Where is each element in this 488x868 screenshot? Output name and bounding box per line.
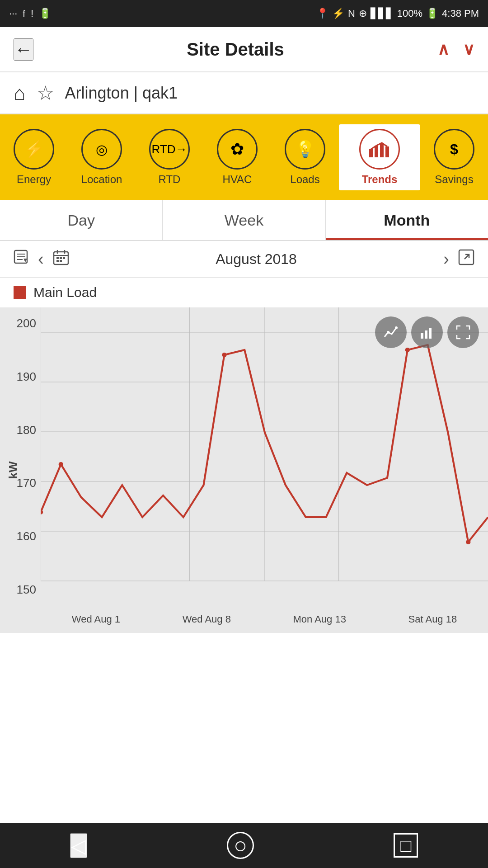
- y-label-150: 150: [17, 583, 36, 597]
- energy-circle-icon: ⚡: [14, 129, 54, 170]
- tab-trends[interactable]: Trends: [339, 124, 420, 190]
- nav-up-button[interactable]: ∧: [437, 40, 449, 59]
- trends-label: Trends: [362, 173, 398, 186]
- period-tabs: Day Week Month: [0, 200, 488, 241]
- nav-down-button[interactable]: ∨: [463, 40, 474, 59]
- hvac-circle-icon: ✿: [217, 129, 258, 170]
- x-label-aug18: Sat Aug 18: [408, 613, 457, 625]
- y-axis-unit: kW: [6, 462, 20, 479]
- loads-circle-icon: 💡: [285, 129, 325, 170]
- svg-point-30: [395, 326, 398, 329]
- chart-plot-area: [41, 307, 488, 606]
- legend-color-box: [14, 286, 26, 299]
- energy-label: Energy: [17, 173, 51, 186]
- svg-rect-3: [385, 146, 389, 157]
- tab-rtd[interactable]: RTD→ RTD: [136, 124, 203, 190]
- tab-loads[interactable]: 💡 Loads: [271, 124, 339, 190]
- next-date-button[interactable]: ›: [443, 250, 449, 269]
- status-bar: ··· f ! 🔋 📍 ⚡ N ⊕ ▋▋▋ 100% 🔋 4:38 PM: [0, 0, 488, 27]
- y-axis: 200 190 180 170 160 150: [0, 307, 41, 606]
- data-point: [41, 510, 43, 514]
- edit-button[interactable]: [14, 250, 29, 269]
- svg-point-29: [387, 331, 389, 334]
- x-label-aug8: Wed Aug 8: [183, 613, 231, 625]
- battery-icon-small: 🔋: [39, 8, 51, 19]
- svg-rect-33: [429, 328, 432, 339]
- y-label-160: 160: [17, 529, 36, 543]
- status-bar-left: ··· f ! 🔋: [9, 8, 51, 19]
- bottom-navigation: ◁ ○ □: [0, 823, 488, 868]
- data-point: [222, 353, 226, 357]
- location-icon-status: 📍: [316, 8, 328, 19]
- bluetooth-icon: ⚡: [332, 8, 344, 19]
- data-point: [466, 540, 470, 544]
- prev-date-button[interactable]: ‹: [38, 250, 44, 269]
- back-button[interactable]: ←: [14, 38, 33, 61]
- chart-legend: Main Load: [0, 278, 488, 307]
- recent-nav-button[interactable]: □: [394, 833, 418, 858]
- icon-tabs-row: ⚡ Energy ◎ Location RTD→ RTD ✿ HVAC 💡 Lo…: [0, 114, 488, 200]
- status-bar-right: 📍 ⚡ N ⊕ ▋▋▋ 100% 🔋 4:38 PM: [316, 8, 479, 19]
- expand-button[interactable]: [447, 316, 479, 348]
- app-header: ← Site Details ∧ ∨: [0, 27, 488, 72]
- battery-full-icon: 🔋: [426, 8, 438, 19]
- chart-svg: [41, 307, 488, 606]
- svg-rect-2: [380, 143, 384, 157]
- time-display: 4:38 PM: [442, 8, 479, 19]
- svg-rect-0: [369, 149, 373, 157]
- rtd-label: RTD: [159, 173, 181, 186]
- svg-rect-13: [56, 257, 59, 259]
- bar-chart-button[interactable]: [411, 316, 443, 348]
- location-label: Location: [81, 173, 122, 186]
- y-label-190: 190: [17, 370, 36, 384]
- trends-circle-icon: [359, 129, 400, 170]
- back-nav-button[interactable]: ◁: [70, 833, 87, 858]
- share-button[interactable]: [458, 249, 474, 269]
- savings-label: Savings: [435, 173, 473, 186]
- data-point: [405, 348, 410, 352]
- facebook-icon: f: [23, 9, 25, 19]
- line-chart-button[interactable]: [375, 316, 407, 348]
- home-nav-button[interactable]: ○: [227, 832, 254, 859]
- date-display: August 2018: [78, 251, 435, 268]
- period-tab-day[interactable]: Day: [0, 200, 163, 240]
- y-label-180: 180: [17, 423, 36, 437]
- favorite-star-icon[interactable]: ☆: [37, 81, 54, 104]
- period-tab-week[interactable]: Week: [163, 200, 325, 240]
- alert-icon: !: [31, 8, 33, 19]
- y-label-200: 200: [17, 316, 36, 330]
- svg-rect-32: [425, 330, 427, 339]
- day-tab-label: Day: [67, 212, 94, 229]
- period-tab-month[interactable]: Month: [326, 200, 488, 240]
- svg-rect-15: [63, 257, 65, 259]
- calendar-icon: [53, 249, 69, 269]
- x-label-aug13: Mon Aug 13: [293, 613, 346, 625]
- tab-energy[interactable]: ⚡ Energy: [0, 124, 68, 190]
- nfc-icon: N: [348, 8, 355, 19]
- svg-rect-1: [375, 146, 378, 157]
- site-name: Arlington | qak1: [65, 84, 178, 103]
- home-icon[interactable]: ⌂: [14, 82, 26, 104]
- header-navigation: ∧ ∨: [437, 40, 474, 59]
- page-title: Site Details: [187, 39, 284, 60]
- svg-rect-16: [56, 260, 59, 262]
- chart-controls: [375, 316, 479, 348]
- tab-location[interactable]: ◎ Location: [68, 124, 136, 190]
- wifi-icon: ⊕: [359, 8, 367, 19]
- tab-hvac[interactable]: ✿ HVAC: [203, 124, 271, 190]
- site-row: ⌂ ☆ Arlington | qak1: [0, 72, 488, 114]
- week-tab-label: Week: [225, 212, 263, 229]
- month-tab-label: Month: [384, 212, 430, 229]
- x-axis: Wed Aug 1 Wed Aug 8 Mon Aug 13 Sat Aug 1…: [41, 606, 488, 633]
- loads-label: Loads: [290, 173, 319, 186]
- svg-rect-17: [60, 260, 62, 262]
- menu-icon: ···: [9, 8, 17, 19]
- x-label-aug1: Wed Aug 1: [72, 613, 120, 625]
- legend-label: Main Load: [33, 285, 97, 300]
- svg-rect-31: [421, 333, 423, 339]
- tab-savings[interactable]: $ Savings: [420, 124, 488, 190]
- location-circle-icon: ◎: [81, 129, 122, 170]
- date-navigation: ‹ August 2018 ›: [0, 241, 488, 278]
- battery-percent: 100%: [397, 8, 422, 19]
- data-point: [59, 462, 63, 467]
